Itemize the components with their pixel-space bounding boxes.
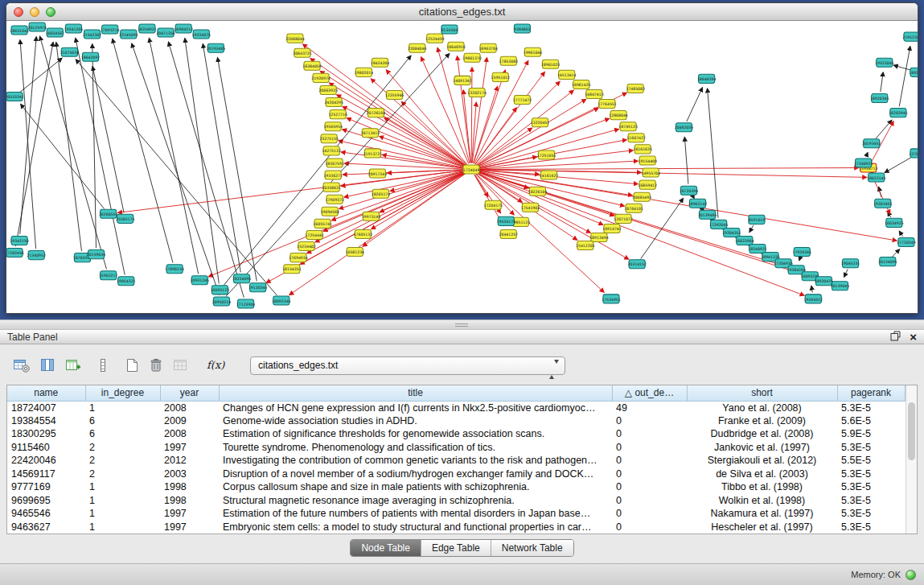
graph-node[interactable]: 18913494 (589, 233, 609, 241)
column-header-3[interactable]: title (219, 385, 612, 401)
graph-node[interactable]: 21952340 (902, 32, 918, 41)
graph-node[interactable]: 19094568 (320, 207, 339, 216)
graph-node[interactable]: 9384602 (514, 24, 531, 33)
graph-node[interactable]: 14161627 (540, 171, 559, 179)
graph-node[interactable]: 19973145 (362, 212, 381, 220)
graph-node[interactable]: 18234095 (232, 274, 252, 283)
graph-node[interactable]: 23275155 (319, 134, 339, 143)
graph-node[interactable]: 14513414 (557, 70, 577, 79)
graph-node[interactable]: 15234402 (297, 242, 316, 251)
graph-node[interactable]: 16963704 (478, 43, 498, 52)
graph-node[interactable]: 24204295 (324, 98, 343, 107)
graph-node[interactable]: 13202174 (467, 88, 487, 97)
import-table-icon[interactable] (170, 356, 191, 375)
graph-node[interactable]: 26260555 (99, 209, 118, 218)
function-icon[interactable]: f(x) (203, 356, 228, 375)
graph-node[interactable]: 19802014 (355, 68, 374, 76)
graph-node[interactable]: 20663923 (318, 85, 338, 94)
graph-node[interactable]: 15951012 (491, 72, 511, 81)
table-mode-icon[interactable] (11, 356, 32, 375)
column-header-1[interactable]: in_degree (85, 385, 160, 401)
graph-node[interactable]: 13220451 (531, 118, 550, 127)
add-column-icon[interactable] (63, 356, 84, 375)
graph-node[interactable]: 22068044 (285, 34, 305, 43)
graph-node[interactable]: 21340952 (27, 251, 46, 260)
column-header-6[interactable]: pagerank (837, 385, 905, 401)
graph-node[interactable]: 18203945 (889, 109, 908, 117)
graph-node[interactable]: 20685493 (632, 192, 651, 201)
show-columns-icon[interactable] (37, 356, 58, 375)
graph-node[interactable]: 15412205 (576, 241, 595, 250)
graph-node[interactable]: 18713413 (361, 129, 380, 138)
graph-node[interactable]: 17251655 (537, 150, 556, 159)
zoom-button[interactable] (46, 7, 55, 17)
table-select[interactable]: citations_edges.txt (250, 356, 565, 375)
graph-node[interactable]: 18154351 (282, 265, 302, 274)
graph-node[interactable]: 16961425 (572, 80, 591, 89)
graph-node[interactable]: 16095123 (211, 286, 230, 295)
graph-node[interactable]: 16646910 (446, 42, 466, 51)
column-header-5[interactable]: short (687, 385, 837, 401)
network-canvas-area[interactable]: 1724049220680442064372118384059219269742… (6, 21, 918, 313)
graph-node[interactable]: 20482035 (675, 123, 694, 132)
graph-node[interactable]: 18424204 (371, 58, 390, 67)
table-row[interactable]: 1938455462009Genome-wide association stu… (7, 414, 905, 428)
minimize-button[interactable] (30, 7, 39, 17)
graph-node[interactable]: 17920345 (793, 248, 812, 257)
graph-node[interactable]: 12703456 (909, 149, 918, 158)
graph-node[interactable]: 16984213 (174, 24, 193, 33)
table-row[interactable]: 969969511998Structural magnetic resonanc… (7, 494, 905, 508)
divider-grip[interactable] (455, 323, 468, 327)
graph-node[interactable]: 8134304 (441, 25, 458, 34)
graph-node[interactable]: 17605132 (354, 229, 373, 238)
graph-node[interactable]: 17534951 (602, 295, 621, 303)
graph-node[interactable]: 19204351 (722, 228, 741, 237)
graph-node[interactable]: 18961023 (541, 60, 561, 68)
graph-node[interactable]: 18745123 (618, 122, 638, 131)
graph-node[interactable]: 17485083 (626, 84, 645, 93)
table-row[interactable]: 2242004622012Investigating the contribut… (7, 454, 905, 468)
graph-node[interactable]: 22145093 (119, 30, 138, 39)
graph-node[interactable]: 17340925 (854, 159, 873, 167)
table-row[interactable]: 946362711997Embryonic stem cells: a mode… (7, 521, 905, 534)
graph-node[interactable]: 8591019 (749, 215, 766, 224)
graph-node[interactable]: 20358621 (322, 183, 341, 192)
graph-node[interactable]: 16823904 (735, 236, 754, 245)
graph-node[interactable]: 18920351 (909, 68, 918, 76)
graph-node[interactable]: 18648394 (697, 74, 717, 83)
graph-node[interactable]: 19961646 (524, 47, 543, 56)
graph-node[interactable]: 20314152 (627, 260, 647, 269)
graph-node[interactable]: 16034567 (46, 28, 65, 37)
graph-node[interactable]: 16034925 (885, 218, 904, 227)
graph-node[interactable]: 18092345 (272, 296, 291, 305)
graph-node[interactable]: 14091347 (453, 76, 472, 84)
graph-node[interactable]: 17254441 (305, 230, 324, 239)
tab-edge-table[interactable]: Edge Table (421, 540, 491, 556)
tab-network-table[interactable]: Network Table (491, 540, 573, 556)
graph-node[interactable]: 18265174 (372, 189, 391, 198)
graph-node[interactable]: 16055741 (313, 219, 332, 228)
scrollbar-thumb[interactable] (908, 402, 916, 460)
graph-node[interactable]: 17771472 (513, 96, 532, 105)
graph-node[interactable]: 20950214 (212, 297, 232, 306)
network-window-titlebar[interactable]: citations_edges.txt (6, 3, 918, 21)
graph-node[interactable]: 18384059 (302, 61, 322, 70)
graph-node[interactable]: 20193485 (207, 43, 226, 52)
network-canvas[interactable]: 1724049220680442064372118384059219269742… (6, 21, 918, 313)
graph-node[interactable]: 20441257 (499, 229, 519, 238)
graph-node[interactable]: 19234075 (192, 30, 211, 39)
graph-node[interactable]: 12524459 (425, 34, 445, 43)
graph-node[interactable]: 19342150 (10, 236, 29, 245)
graph-node[interactable]: 14955704 (642, 168, 661, 177)
graph-node[interactable]: 22084046 (408, 43, 427, 52)
table-row[interactable]: 977716911998Corpus callosum shape and si… (7, 480, 905, 494)
graph-node[interactable]: 18023145 (867, 173, 886, 182)
graph-node[interactable]: 19534175 (497, 216, 516, 225)
graph-node[interactable]: 20931245 (191, 276, 210, 285)
tab-node-table[interactable]: Node Table (351, 540, 421, 556)
graph-node[interactable]: 20533341 (6, 92, 24, 101)
graph-node[interactable]: 18367591 (325, 159, 344, 167)
graph-node[interactable]: 18226104 (528, 187, 548, 196)
graph-node[interactable]: 17764551 (598, 100, 617, 109)
graph-node[interactable]: 16581234 (346, 248, 365, 257)
